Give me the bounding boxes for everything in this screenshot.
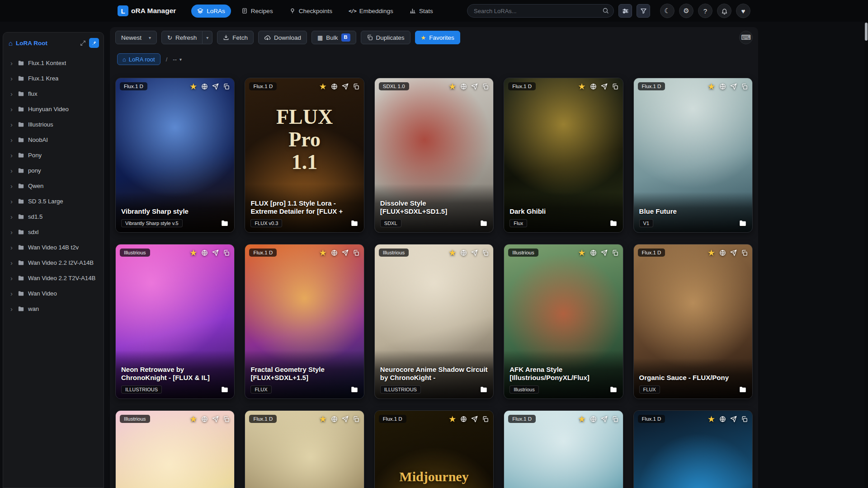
- globe-icon[interactable]: [460, 249, 467, 256]
- nav-tab-recipes[interactable]: Recipes: [236, 5, 279, 18]
- send-icon[interactable]: [342, 249, 349, 256]
- move-to-folder-button[interactable]: [350, 219, 359, 227]
- fetch-button[interactable]: Fetch: [217, 31, 254, 44]
- copy-icon[interactable]: [612, 416, 618, 422]
- favorite-star-icon[interactable]: ★: [189, 249, 197, 257]
- globe-icon[interactable]: [331, 416, 338, 422]
- folder-tree-item[interactable]: › Hunyuan Video: [3, 101, 104, 117]
- send-icon[interactable]: [342, 83, 349, 90]
- theme-toggle-button[interactable]: ☾: [660, 4, 675, 18]
- lora-card[interactable]: Flux.1 D ★ Vibrantly Sharp style Vibrant…: [115, 78, 235, 233]
- move-to-folder-button[interactable]: [221, 219, 229, 227]
- copy-icon[interactable]: [482, 416, 489, 422]
- favorite-star-icon[interactable]: ★: [189, 415, 197, 423]
- duplicates-button[interactable]: Duplicates: [361, 31, 410, 44]
- send-icon[interactable]: [342, 416, 349, 422]
- send-icon[interactable]: [601, 416, 608, 422]
- search-icon[interactable]: [602, 7, 609, 14]
- globe-icon[interactable]: [719, 416, 726, 422]
- bulk-button[interactable]: ▦ Bulk B: [311, 31, 356, 44]
- favorite-star-icon[interactable]: ★: [578, 249, 586, 257]
- notifications-button[interactable]: [717, 4, 731, 18]
- copy-icon[interactable]: [612, 249, 618, 256]
- lora-card[interactable]: Flux.1 D ★ Blue Future V1: [633, 78, 753, 233]
- globe-icon[interactable]: [719, 249, 726, 256]
- lora-card[interactable]: Flux.1 D ★: [504, 410, 623, 488]
- globe-icon[interactable]: [719, 83, 726, 90]
- expand-tree-button[interactable]: [80, 40, 86, 46]
- globe-icon[interactable]: [201, 416, 208, 422]
- breadcrumb-current-dropdown[interactable]: -- ▾: [173, 56, 182, 63]
- folder-tree-item[interactable]: › sdxl: [3, 224, 104, 239]
- lora-card[interactable]: MidjourneymeetsFLUX Flux.1 D ★: [374, 410, 494, 488]
- favorite-star-icon[interactable]: ★: [319, 249, 327, 257]
- lora-card[interactable]: Illustrious ★ AFK Arena Style [Illustrio…: [504, 244, 623, 399]
- globe-icon[interactable]: [590, 416, 597, 422]
- refresh-button[interactable]: ↻ Refresh: [161, 31, 203, 44]
- folder-tree-item[interactable]: › NoobAI: [3, 132, 104, 147]
- move-to-folder-button[interactable]: [739, 219, 747, 227]
- move-to-folder-button[interactable]: [739, 385, 747, 394]
- move-to-folder-button[interactable]: [609, 385, 618, 394]
- filter-funnel-button[interactable]: [637, 4, 650, 18]
- keyboard-shortcuts-button[interactable]: ⌨: [739, 31, 753, 44]
- favorite-star-icon[interactable]: ★: [708, 415, 715, 423]
- page-scrollbar[interactable]: [864, 22, 868, 488]
- globe-icon[interactable]: [201, 83, 208, 90]
- folder-tree-item[interactable]: › pony: [3, 163, 104, 178]
- folder-tree-item[interactable]: › Qwen: [3, 178, 104, 193]
- lora-card[interactable]: Flux.1 D ★: [245, 410, 364, 488]
- favorite-star-icon[interactable]: ★: [708, 82, 715, 91]
- lora-card[interactable]: Flux.1 D ★ Fractal Geometry Style [FLUX+…: [245, 244, 364, 399]
- move-to-folder-button[interactable]: [480, 385, 488, 394]
- lora-card[interactable]: SDXL 1.0 ★ Dissolve Style [FLUX+SDXL+SD1…: [374, 78, 494, 233]
- globe-icon[interactable]: [460, 416, 467, 422]
- lora-card[interactable]: Flux.1 D ★ Dark Ghibli Flux: [504, 78, 623, 233]
- copy-icon[interactable]: [353, 249, 359, 256]
- filter-sliders-button[interactable]: [618, 4, 632, 18]
- globe-icon[interactable]: [201, 249, 208, 256]
- scrollbar-thumb[interactable]: [865, 23, 868, 41]
- copy-icon[interactable]: [482, 83, 489, 90]
- favorite-star-icon[interactable]: ★: [578, 82, 586, 91]
- help-button[interactable]: ?: [698, 4, 712, 18]
- move-to-folder-button[interactable]: [480, 219, 488, 227]
- favorite-star-icon[interactable]: ★: [319, 415, 327, 423]
- favorites-filter-button[interactable]: ★ Favorites: [415, 31, 460, 44]
- favorite-star-icon[interactable]: ★: [708, 249, 715, 257]
- copy-icon[interactable]: [353, 83, 359, 90]
- globe-icon[interactable]: [590, 83, 597, 90]
- copy-icon[interactable]: [353, 416, 359, 422]
- settings-button[interactable]: ⚙: [679, 4, 693, 18]
- lora-card[interactable]: Illustrious ★ Neon Retrowave by ChronoKn…: [115, 244, 235, 399]
- favorite-star-icon[interactable]: ★: [448, 82, 456, 91]
- pin-sidebar-button[interactable]: [89, 38, 99, 48]
- send-icon[interactable]: [212, 416, 219, 422]
- copy-icon[interactable]: [612, 83, 618, 90]
- copy-icon[interactable]: [741, 249, 748, 256]
- nav-tab-loras[interactable]: LoRAs: [191, 5, 231, 18]
- globe-icon[interactable]: [460, 83, 467, 90]
- copy-icon[interactable]: [223, 249, 230, 256]
- folder-tree-item[interactable]: › sd1.5: [3, 209, 104, 224]
- copy-icon[interactable]: [741, 83, 748, 90]
- favorites-heart-button[interactable]: ♥: [736, 4, 750, 18]
- copy-icon[interactable]: [741, 416, 748, 422]
- folder-tree-item[interactable]: › SD 3.5 Large: [3, 193, 104, 209]
- move-to-folder-button[interactable]: [350, 385, 359, 394]
- favorite-star-icon[interactable]: ★: [448, 415, 456, 423]
- move-to-folder-button[interactable]: [609, 219, 618, 227]
- nav-tab-checkpoints[interactable]: Checkpoints: [283, 5, 338, 18]
- sidebar-root-label[interactable]: LoRA Root: [16, 40, 47, 47]
- lora-card[interactable]: Illustrious ★ Neurocore Anime Shadow Cir…: [374, 244, 494, 399]
- favorite-star-icon[interactable]: ★: [578, 415, 586, 423]
- folder-tree-item[interactable]: › Flux.1 Krea: [3, 70, 104, 86]
- favorite-star-icon[interactable]: ★: [448, 249, 456, 257]
- refresh-options-button[interactable]: ▾: [203, 31, 212, 44]
- globe-icon[interactable]: [331, 83, 338, 90]
- send-icon[interactable]: [471, 416, 478, 422]
- lora-card[interactable]: Flux.1 D ★: [633, 410, 753, 488]
- favorite-star-icon[interactable]: ★: [189, 82, 197, 91]
- copy-icon[interactable]: [223, 83, 230, 90]
- send-icon[interactable]: [601, 83, 608, 90]
